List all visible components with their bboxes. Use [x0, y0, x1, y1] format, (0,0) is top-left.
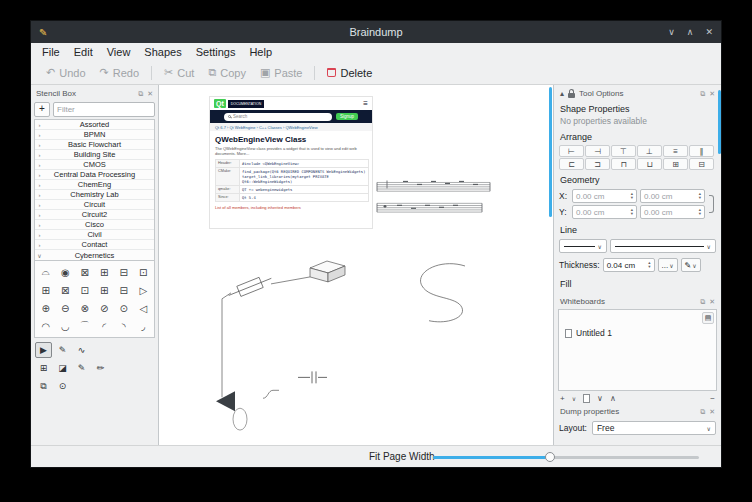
menu-settings[interactable]: Settings [189, 45, 243, 59]
float-panel-icon[interactable]: ⧉ [138, 90, 143, 98]
maximize-button[interactable]: ∧ [687, 27, 694, 37]
menu-edit[interactable]: Edit [67, 45, 100, 59]
category-bpmn[interactable]: ›BPMN [35, 130, 154, 140]
stencil-shape-icon[interactable]: ⊡ [75, 281, 95, 299]
menu-file[interactable]: File [35, 45, 67, 59]
category-central-data-processing[interactable]: ›Central Data Processing [35, 170, 154, 180]
titlebar[interactable]: ✎ Braindump ∨ ∧ ✕ [31, 21, 721, 43]
spin-down-icon[interactable]: ▾ [631, 212, 633, 216]
line-more-button[interactable]: ... ∨ [658, 258, 678, 272]
new-document-icon[interactable] [583, 394, 590, 403]
oval-shape[interactable] [233, 408, 247, 430]
float-panel-icon[interactable]: ⧉ [700, 408, 705, 416]
zoom-mode-label[interactable]: Fit Page Width [369, 451, 435, 462]
distribute-right-icon[interactable]: ⊐ [585, 158, 610, 170]
ungroup-icon[interactable]: ⊟ [689, 158, 714, 170]
stencil-shape-icon[interactable]: ⊙ [114, 299, 134, 317]
zoom-slider[interactable] [433, 456, 699, 459]
aspect-ratio-link-icon[interactable] [709, 195, 714, 213]
music-staff[interactable] [377, 180, 490, 191]
stencil-shape-icon[interactable]: ⊡ [134, 263, 154, 281]
pen-style-button[interactable]: ✎ ∨ [681, 258, 701, 272]
stencil-shape-icon[interactable]: ⊘ [95, 299, 115, 317]
group-icon[interactable]: ⊞ [663, 158, 688, 170]
grid-tool-icon[interactable]: ⊞ [35, 360, 52, 376]
canvas[interactable]: Qt DOCUMENTATION ≡ Search Signup Qt 6.7 … [158, 85, 554, 445]
category-assorted[interactable]: ›Assorted [35, 120, 154, 130]
menu-help[interactable]: Help [242, 45, 279, 59]
float-panel-icon[interactable]: ⧉ [700, 298, 705, 306]
move-up-button[interactable]: ∧ [610, 394, 616, 403]
stencil-shape-icon[interactable]: ⊗ [75, 299, 95, 317]
wire-line[interactable] [222, 293, 231, 397]
dock-scrollbar[interactable] [718, 88, 721, 442]
stencil-shape-icon[interactable]: ⊞ [36, 281, 56, 299]
spin-down-icon[interactable]: ▾ [648, 265, 650, 269]
stencil-shape-icon[interactable]: ⊠ [75, 263, 95, 281]
remove-whiteboard-button[interactable]: − [710, 394, 715, 403]
stencil-shape-icon[interactable]: ⌒ [75, 317, 95, 335]
close-button[interactable]: ✕ [705, 27, 713, 37]
align-top-icon[interactable]: ⊤ [611, 145, 636, 157]
height-spinbox[interactable]: 0.00 cm ▴▾ [640, 205, 705, 219]
category-basic-flowchart[interactable]: ›Basic Flowchart [35, 140, 154, 150]
stencil-shape-icon[interactable]: ⊠ [56, 281, 76, 299]
align-right-icon[interactable]: ⊣ [585, 145, 610, 157]
eraser-tool-icon[interactable]: ◪ [54, 360, 71, 376]
stencil-shape-icon[interactable]: ⊕ [36, 299, 56, 317]
cut-button[interactable]: ✂ Cut [157, 64, 201, 81]
stencil-shape-icon[interactable]: ▷ [134, 281, 154, 299]
redo-button[interactable]: ↷ Redo [93, 64, 147, 81]
calligraphy-tool-icon[interactable]: ✎ [73, 360, 90, 376]
close-panel-icon[interactable]: ✕ [709, 408, 715, 416]
distribute-bottom-icon[interactable]: ⊔ [637, 158, 662, 170]
step-curve-shape[interactable] [263, 390, 279, 398]
collapse-icon[interactable]: ▴ [560, 89, 564, 98]
list-view-icon[interactable]: ▤ [702, 312, 714, 324]
spin-down-icon[interactable]: ▾ [699, 196, 701, 200]
copy-button[interactable]: ⧉ Copy [201, 64, 253, 81]
diode-shape[interactable] [227, 273, 274, 300]
capacitor-shape[interactable] [298, 371, 327, 383]
y-position-spinbox[interactable]: 0.00 cm ▴▾ [572, 205, 637, 219]
undo-button[interactable]: ↶ Undo [39, 64, 93, 81]
width-spinbox[interactable]: 0.00 cm ▴▾ [640, 189, 705, 203]
stencil-shape-icon[interactable]: ⊞ [95, 263, 115, 281]
line-style-select[interactable]: ∨ [610, 239, 716, 253]
close-panel-icon[interactable]: ✕ [709, 298, 715, 306]
thickness-spinbox[interactable]: 0.04 cm ▴▾ [603, 258, 655, 272]
menu-view[interactable]: View [100, 45, 138, 59]
float-panel-icon[interactable]: ⧉ [700, 90, 705, 98]
sine-curve-shape[interactable] [421, 264, 465, 322]
close-panel-icon[interactable]: ✕ [709, 90, 715, 98]
music-staff[interactable] [377, 203, 482, 212]
pencil-tool-icon[interactable]: ✏ [92, 360, 109, 376]
category-civil[interactable]: ›Civil [35, 230, 154, 240]
distribute-left-icon[interactable]: ⊏ [559, 158, 584, 170]
layout-select[interactable]: Free ∨ [592, 421, 716, 435]
stencil-shape-icon[interactable]: ◝ [114, 317, 134, 335]
move-down-button[interactable]: ∨ [597, 394, 603, 403]
canvas-scrollbar[interactable] [549, 87, 552, 443]
pen-tool-icon[interactable]: ✎ [54, 342, 71, 358]
zoom-slider-handle[interactable] [545, 452, 555, 462]
category-chemeng[interactable]: ›ChemEng [35, 180, 154, 190]
align-middle-icon[interactable]: ∥ [689, 145, 714, 157]
stencil-shape-icon[interactable]: ⊟ [114, 263, 134, 281]
x-position-spinbox[interactable]: 0.00 cm ▴▾ [572, 189, 637, 203]
distribute-top-icon[interactable]: ⊓ [611, 158, 636, 170]
category-contact[interactable]: ›Contact [35, 240, 154, 250]
stencil-shape-icon[interactable]: ◡ [56, 317, 76, 335]
category-cybernetics[interactable]: ∨Cybernetics [35, 250, 154, 260]
connector-line[interactable] [271, 277, 310, 284]
spin-down-icon[interactable]: ▾ [699, 212, 701, 216]
speaker-shape[interactable] [216, 391, 235, 411]
chevron-down-icon[interactable]: ∨ [572, 395, 576, 402]
spin-down-icon[interactable]: ▾ [631, 196, 633, 200]
stencil-shape-icon[interactable]: ◠ [36, 317, 56, 335]
stencil-shape-icon[interactable]: ◜ [95, 317, 115, 335]
stencil-shape-icon[interactable]: ◁ [134, 299, 154, 317]
stencil-shape-icon[interactable]: ◞ [134, 317, 154, 335]
stencil-shape-icon[interactable]: ◉ [56, 263, 76, 281]
align-bottom-icon[interactable]: ⊥ [637, 145, 662, 157]
